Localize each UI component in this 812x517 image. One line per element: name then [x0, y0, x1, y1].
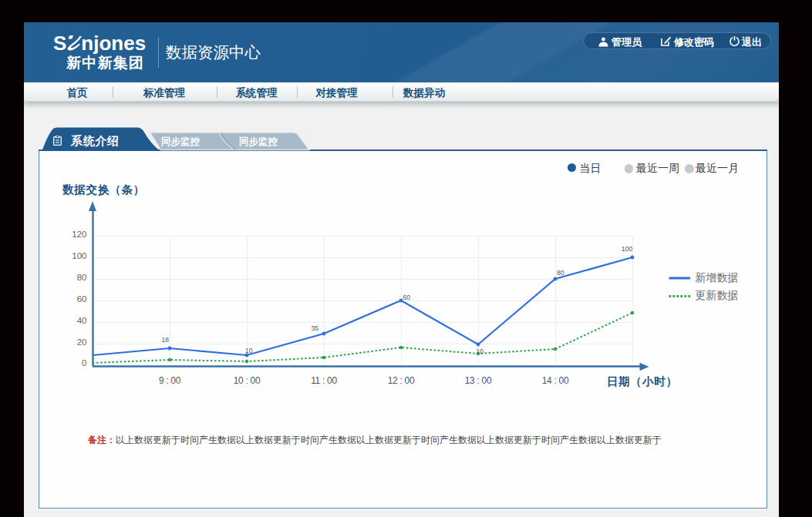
svg-text:11 : 00: 11 : 00	[311, 375, 337, 386]
svg-text:100: 100	[72, 251, 86, 260]
svg-text:60: 60	[77, 294, 87, 304]
svg-text:9 : 00: 9 : 00	[159, 375, 181, 386]
svg-text:14 : 00: 14 : 00	[542, 375, 569, 386]
svg-text:35: 35	[312, 324, 319, 332]
svg-text:更新数据: 更新数据	[696, 289, 739, 301]
svg-text:10: 10	[477, 347, 484, 355]
svg-text:10: 10	[245, 347, 253, 354]
svg-text:80: 80	[77, 273, 87, 282]
svg-text:60: 60	[403, 294, 411, 301]
svg-text:80: 80	[557, 269, 564, 277]
svg-text:40: 40	[77, 316, 87, 325]
svg-text:120: 120	[72, 230, 86, 239]
svg-text:0: 0	[82, 358, 86, 368]
svg-text:13 : 00: 13 : 00	[465, 375, 492, 386]
svg-text:新增数据: 新增数据	[696, 271, 739, 284]
svg-text:18: 18	[162, 336, 170, 344]
svg-text:100: 100	[622, 245, 632, 253]
svg-text:20: 20	[77, 337, 87, 347]
svg-text:12 : 00: 12 : 00	[388, 375, 415, 386]
svg-text:10 : 00: 10 : 00	[234, 375, 261, 386]
